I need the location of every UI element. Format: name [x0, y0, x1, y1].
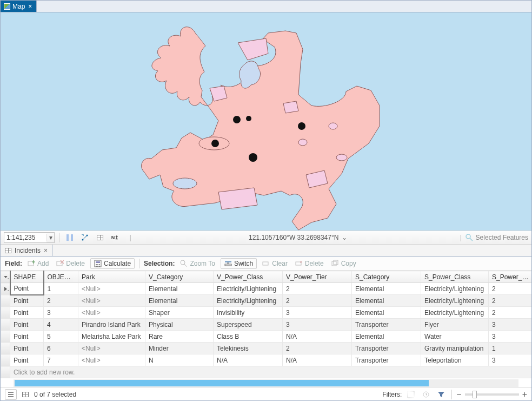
table-row[interactable]: Point6<Null>MinderTelekinesis2Transporte… [1, 343, 532, 354]
filter-time-icon[interactable] [420, 389, 432, 400]
scale-control[interactable]: ▾ [4, 232, 55, 243]
column-header[interactable]: S_Power_Class [421, 271, 489, 283]
cell[interactable]: <Null> [78, 343, 145, 354]
column-header[interactable]: V_Power_Tier [283, 271, 352, 283]
cell[interactable]: Invisibility [214, 307, 283, 319]
north-icon[interactable]: N↥ [109, 232, 121, 243]
cell[interactable]: 3 [489, 319, 532, 331]
cell[interactable]: 1 [489, 343, 532, 354]
cell[interactable]: Point [10, 307, 44, 319]
table-row[interactable]: Point4Pirandro Island ParkPhysicalSupers… [1, 319, 532, 331]
cell[interactable]: Point [10, 331, 44, 343]
add-field-button[interactable]: Add [25, 259, 51, 268]
cell[interactable]: 2 [489, 283, 532, 295]
zoom-slider-thumb[interactable] [473, 391, 477, 398]
cell[interactable]: Electricity/Lightening [421, 295, 489, 307]
column-header[interactable]: V_Power_Class [214, 271, 283, 283]
calculate-button[interactable]: Calculate [90, 258, 135, 269]
table-row[interactable]: Point3<Null>ShaperInvisibility3Elemental… [1, 307, 532, 319]
filter-extent-icon[interactable] [405, 389, 417, 400]
cell[interactable]: Class B [214, 331, 283, 343]
map-pane[interactable] [0, 12, 531, 231]
add-row-label[interactable]: Click to add new row. [10, 366, 532, 378]
cell[interactable]: Electricity/Lightening [214, 283, 283, 295]
column-header[interactable]: SHAPE [10, 271, 44, 283]
scale-input[interactable] [4, 233, 46, 242]
column-header[interactable]: Park [78, 271, 145, 283]
cell[interactable]: 2 [283, 295, 352, 307]
column-header[interactable]: V_Category [145, 271, 214, 283]
selected-features-button[interactable]: Selected Features [465, 233, 528, 242]
cell[interactable]: Elemental [145, 283, 214, 295]
cell[interactable]: Water [421, 331, 489, 343]
cell[interactable]: N/A [214, 354, 283, 366]
table-row[interactable]: Point7<Null>NN/AN/ATransporterTeleportat… [1, 354, 532, 366]
zoom-slider[interactable] [465, 393, 519, 396]
cell[interactable]: Point [10, 343, 44, 354]
bar-icon[interactable]: | [124, 232, 136, 243]
cell[interactable]: 2 [283, 283, 352, 295]
horizontal-scrollbar[interactable] [14, 379, 518, 387]
clear-button[interactable]: Clear [260, 259, 290, 268]
row-header[interactable] [1, 319, 10, 331]
cell[interactable]: Point [10, 283, 44, 295]
cell[interactable]: 4 [44, 319, 78, 331]
cell[interactable]: Point [10, 319, 44, 331]
cell[interactable]: 3 [489, 331, 532, 343]
zoom-out-button[interactable]: − [456, 390, 461, 399]
cell[interactable]: 5 [44, 331, 78, 343]
switch-button[interactable]: Switch [221, 258, 257, 269]
copy-button[interactable]: Copy [329, 259, 358, 268]
cell[interactable]: Minder [145, 343, 214, 354]
cell[interactable]: Electricity/Lightening [421, 283, 489, 295]
add-row[interactable]: Click to add new row. [1, 366, 532, 378]
chevron-down-icon[interactable]: ⌄ [342, 234, 347, 241]
cell[interactable]: Superspeed [214, 319, 283, 331]
table-row[interactable]: Point5Melarisha Lake ParkRareClass BN/AE… [1, 331, 532, 343]
cell[interactable]: 1 [44, 283, 78, 295]
cell[interactable]: 6 [44, 343, 78, 354]
cell[interactable]: Shaper [145, 307, 214, 319]
cell[interactable]: Elemental [145, 295, 214, 307]
column-header[interactable]: S_Power_Tier [489, 271, 532, 283]
column-header[interactable]: OBJECTID [44, 271, 78, 283]
zoomto-button[interactable]: Zoom To [178, 259, 217, 268]
cell[interactable]: Rare [145, 331, 214, 343]
menu-icon[interactable] [5, 389, 17, 400]
cell[interactable]: 2 [489, 307, 532, 319]
corner-cell[interactable] [1, 271, 10, 283]
delete-field-button[interactable]: Delete [54, 259, 87, 268]
delete-selection-button[interactable]: Delete [293, 259, 326, 268]
tab-incidents[interactable]: Incidents × [1, 245, 52, 256]
cell[interactable]: Melarisha Lake Park [78, 331, 145, 343]
cell[interactable]: N [145, 354, 214, 366]
cell[interactable]: <Null> [78, 283, 145, 295]
cell[interactable]: 2 [489, 295, 532, 307]
cell[interactable]: <Null> [78, 307, 145, 319]
cell[interactable]: Gravity manipulation [421, 343, 489, 354]
close-icon[interactable]: × [27, 3, 33, 10]
close-icon[interactable]: × [43, 247, 49, 254]
filter-funnel-icon[interactable] [435, 389, 447, 400]
tab-map[interactable]: Map × [1, 1, 37, 12]
cell[interactable]: 2 [283, 343, 352, 354]
cell[interactable]: Elemental [352, 295, 421, 307]
row-header[interactable] [1, 295, 10, 307]
cell[interactable]: 3 [44, 307, 78, 319]
table-row[interactable]: Point1<Null>ElementalElectricity/Lighten… [1, 283, 532, 295]
cell[interactable]: Teleportation [421, 354, 489, 366]
grid-icon[interactable] [94, 232, 106, 243]
cell[interactable]: 3 [489, 354, 532, 366]
row-header[interactable] [1, 354, 10, 366]
cell[interactable]: N/A [283, 354, 352, 366]
row-header[interactable] [1, 343, 10, 354]
cell[interactable]: Electricity/Lightening [421, 307, 489, 319]
cell[interactable]: Elemental [352, 283, 421, 295]
row-header[interactable] [1, 307, 10, 319]
table-row[interactable]: Point2<Null>ElementalElectricity/Lighten… [1, 295, 532, 307]
chevron-down-icon[interactable]: ▾ [46, 234, 54, 241]
row-header[interactable] [1, 331, 10, 343]
column-header[interactable]: S_Category [352, 271, 421, 283]
pause-icon[interactable] [64, 232, 76, 243]
cell[interactable]: Elemental [352, 307, 421, 319]
